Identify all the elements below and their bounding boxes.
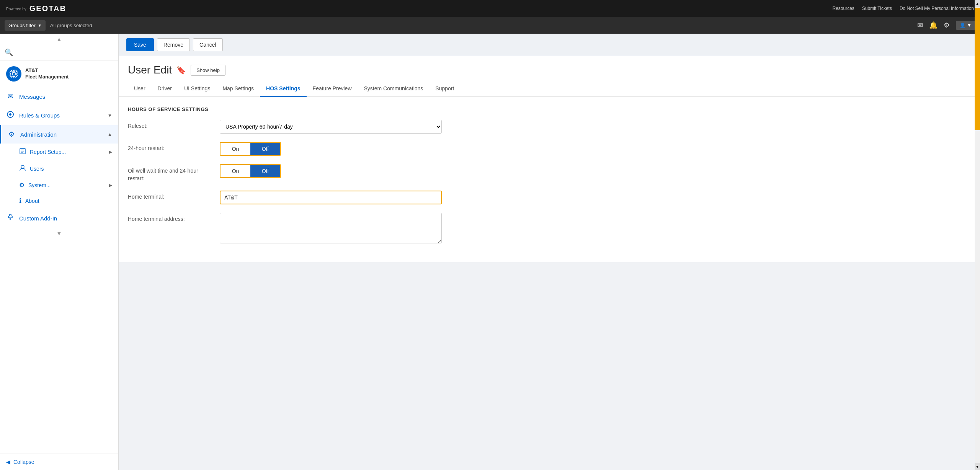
restart-24h-control: On Off xyxy=(220,142,442,156)
home-terminal-input[interactable] xyxy=(220,191,442,204)
bell-icon[interactable]: 🔔 xyxy=(929,21,938,29)
sidebar: ▲ 🔍 AT&T Fleet Management ✉ Messages xyxy=(0,34,119,470)
topbar-icons: ✉ 🔔 ⚙ 👤 ▼ xyxy=(917,21,975,30)
main-layout: ▲ 🔍 AT&T Fleet Management ✉ Messages xyxy=(0,34,980,470)
remove-button[interactable]: Remove xyxy=(157,38,190,51)
sidebar-search-area: 🔍 xyxy=(0,44,118,61)
resources-link[interactable]: Resources xyxy=(833,6,854,11)
custom-addon-icon xyxy=(6,214,15,223)
user-menu-button[interactable]: 👤 ▼ xyxy=(956,21,975,30)
ruleset-row: Ruleset: USA Property 60-hour/7-day USA … xyxy=(128,120,971,134)
tab-ui-settings[interactable]: UI Settings xyxy=(178,81,216,97)
sidebar-item-label: Custom Add-In xyxy=(19,215,57,222)
about-icon: ℹ xyxy=(19,197,21,204)
sidebar-item-messages[interactable]: ✉ Messages xyxy=(0,87,118,106)
svg-point-3 xyxy=(13,73,15,75)
home-terminal-row: Home terminal: xyxy=(128,191,971,204)
scroll-indicator: ▲ ▼ xyxy=(975,0,980,470)
chevron-right-icon: ▶ xyxy=(109,183,112,188)
hos-settings-content: HOURS OF SERVICE SETTINGS Ruleset: USA P… xyxy=(119,97,980,262)
ruleset-label: Ruleset: xyxy=(128,120,212,129)
tab-user[interactable]: User xyxy=(128,81,152,97)
submit-tickets-link[interactable]: Submit Tickets xyxy=(862,6,892,11)
svg-rect-9 xyxy=(21,152,23,153)
sidebar-item-label: Rules & Groups xyxy=(19,112,60,119)
main-content: Save Remove Cancel User Edit 🔖 Show help… xyxy=(119,34,980,470)
nav-links: Resources Submit Tickets Do Not Sell My … xyxy=(833,6,974,11)
sidebar-item-label: Administration xyxy=(20,131,57,138)
oil-well-toggle: On Off xyxy=(220,164,281,178)
restart-24h-on-button[interactable]: On xyxy=(220,143,250,155)
scroll-down-arrow[interactable]: ▼ xyxy=(975,463,980,470)
groups-filter-button[interactable]: Groups filter ▼ xyxy=(5,20,46,31)
restart-24h-label: 24-hour restart: xyxy=(128,142,212,151)
tab-driver[interactable]: Driver xyxy=(152,81,178,97)
sidebar-item-rules-groups[interactable]: Rules & Groups ▼ xyxy=(0,106,118,125)
restart-24h-off-button[interactable]: Off xyxy=(250,143,280,155)
oil-well-on-button[interactable]: On xyxy=(220,165,250,177)
top-nav: Powered by GEOTAB Resources Submit Ticke… xyxy=(0,0,980,17)
sidebar-item-label: Messages xyxy=(19,93,45,100)
bookmark-icon[interactable]: 🔖 xyxy=(176,65,186,75)
do-not-sell-link[interactable]: Do Not Sell My Personal Information xyxy=(900,6,974,11)
svg-point-5 xyxy=(9,113,11,116)
users-icon xyxy=(19,165,26,173)
collapse-button[interactable]: ◀ Collapse xyxy=(0,454,118,470)
gear-icon[interactable]: ⚙ xyxy=(944,21,950,29)
groups-filter-label: Groups filter xyxy=(8,23,36,28)
att-logo-icon xyxy=(6,66,21,82)
oil-well-off-button[interactable]: Off xyxy=(250,165,280,177)
collapse-label: Collapse xyxy=(13,459,34,465)
collapse-icon: ◀ xyxy=(6,459,10,465)
tab-map-settings[interactable]: Map Settings xyxy=(216,81,260,97)
sidebar-item-system[interactable]: ⚙ System... ▶ xyxy=(0,177,118,193)
search-icon[interactable]: 🔍 xyxy=(5,48,13,57)
ruleset-control: USA Property 60-hour/7-day USA Property … xyxy=(220,120,442,134)
sidebar-item-label: Users xyxy=(30,166,44,172)
home-terminal-address-row: Home terminal address: xyxy=(128,213,971,245)
sidebar-item-report-setup[interactable]: Report Setup... ▶ xyxy=(0,144,118,160)
ruleset-select[interactable]: USA Property 60-hour/7-day USA Property … xyxy=(220,120,442,134)
oil-well-label: Oil well wait time and 24-hour restart: xyxy=(128,164,212,182)
system-icon: ⚙ xyxy=(19,181,24,189)
sidebar-item-about[interactable]: ℹ About xyxy=(0,193,118,209)
sidebar-item-label: Report Setup... xyxy=(30,149,66,155)
oil-well-control: On Off xyxy=(220,164,442,178)
sidebar-item-label: System... xyxy=(28,182,51,188)
oil-well-row: Oil well wait time and 24-hour restart: … xyxy=(128,164,971,182)
sidebar-scroll-up[interactable]: ▲ xyxy=(0,34,118,44)
sidebar-item-administration[interactable]: ⚙ Administration ▲ xyxy=(0,125,118,144)
tabs-bar: User Driver UI Settings Map Settings HOS… xyxy=(119,81,980,97)
page-header: User Edit 🔖 Show help xyxy=(119,56,980,81)
tab-feature-preview[interactable]: Feature Preview xyxy=(307,81,358,97)
report-setup-icon xyxy=(19,148,26,156)
cancel-button[interactable]: Cancel xyxy=(193,38,223,51)
save-button[interactable]: Save xyxy=(126,38,154,51)
sidebar-scroll-down[interactable]: ▼ xyxy=(0,228,118,239)
user-menu-arrow: ▼ xyxy=(967,23,972,28)
messages-icon: ✉ xyxy=(6,92,15,101)
restart-24h-toggle: On Off xyxy=(220,142,281,156)
company-name: AT&T Fleet Management xyxy=(25,67,69,80)
sidebar-item-users[interactable]: Users xyxy=(0,160,118,177)
mail-icon[interactable]: ✉ xyxy=(917,21,923,29)
section-title: HOURS OF SERVICE SETTINGS xyxy=(128,106,971,112)
home-terminal-address-input[interactable] xyxy=(220,213,442,243)
scroll-thumb[interactable] xyxy=(975,8,980,130)
tab-system-communications[interactable]: System Communications xyxy=(358,81,430,97)
tab-support[interactable]: Support xyxy=(429,81,460,97)
show-help-button[interactable]: Show help xyxy=(191,65,225,76)
groups-filter-value: All groups selected xyxy=(50,23,913,28)
home-terminal-address-control xyxy=(220,213,442,245)
scroll-up-arrow[interactable]: ▲ xyxy=(975,0,980,7)
svg-rect-7 xyxy=(21,150,24,150)
geotab-logo: GEOTAB xyxy=(29,4,66,13)
powered-by-text: Powered by xyxy=(6,5,26,11)
tab-hos-settings[interactable]: HOS Settings xyxy=(260,81,306,97)
chevron-down-icon: ▼ xyxy=(108,113,112,118)
svg-point-10 xyxy=(21,165,24,168)
restart-24h-row: 24-hour restart: On Off xyxy=(128,142,971,156)
sidebar-item-custom-addon[interactable]: Custom Add-In xyxy=(0,209,118,228)
sidebar-logo: AT&T Fleet Management xyxy=(0,61,118,87)
home-terminal-control xyxy=(220,191,442,204)
